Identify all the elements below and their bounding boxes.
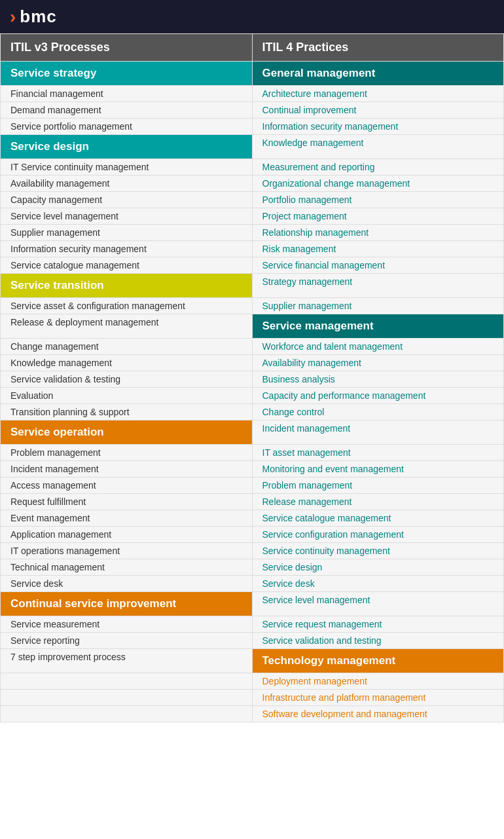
list-item: Deployment management	[252, 673, 504, 690]
list-item: Information security management	[252, 119, 504, 135]
list-item: Service financial management	[252, 257, 504, 274]
list-item: Knowledge management	[252, 135, 504, 159]
list-item: Evaluation	[1, 388, 253, 404]
right-column-header: ITIL 4 Practices	[252, 34, 504, 62]
list-item: Service catalogue management	[1, 257, 253, 274]
service-transition-header: Service transition	[1, 274, 253, 298]
list-item: Service desk	[252, 576, 504, 592]
list-item: Service desk	[1, 576, 253, 592]
left-column-header: ITIL v3 Processes	[1, 34, 253, 62]
list-item: Service measurement	[1, 616, 253, 633]
list-item: Availability management	[252, 355, 504, 371]
list-item: Supplier management	[252, 298, 504, 314]
list-item: Knowledge management	[1, 355, 253, 371]
technology-management-header: Technology management	[252, 649, 504, 673]
service-management-header: Service management	[252, 314, 504, 339]
list-item: Information security management	[1, 241, 253, 257]
list-item: Release & deployment management	[1, 314, 253, 339]
list-item: Service catalogue management	[252, 510, 504, 527]
empty-cell	[1, 673, 253, 690]
list-item: IT operations management	[1, 543, 253, 559]
list-item: Service level management	[1, 208, 253, 225]
list-item: Service validation and testing	[252, 633, 504, 649]
list-item: Service validation & testing	[1, 371, 253, 388]
bmc-logo-text: bmc	[20, 7, 56, 27]
list-item: Service portfolio management	[1, 119, 253, 135]
list-item: Workforce and talent management	[252, 339, 504, 355]
general-management-header: General management	[252, 62, 504, 86]
list-item: Service asset & configuration management	[1, 298, 253, 314]
list-item: Software development and management	[252, 706, 504, 722]
list-item: Business analysis	[252, 371, 504, 388]
list-item: Service configuration management	[252, 527, 504, 543]
list-item: Problem management	[252, 477, 504, 494]
list-item: Incident management	[252, 420, 504, 445]
list-item: Capacity management	[1, 192, 253, 208]
list-item: 7 step improvement process	[1, 649, 253, 673]
list-item: Release management	[252, 494, 504, 510]
list-item: Change management	[1, 339, 253, 355]
list-item: Availability management	[1, 176, 253, 192]
list-item: Measurement and reporting	[252, 159, 504, 176]
empty-cell	[1, 690, 253, 706]
header: › bmc	[0, 0, 504, 33]
list-item: Technical management	[1, 559, 253, 576]
continual-service-header: Continual service improvement	[1, 592, 253, 616]
list-item: Transition planning & support	[1, 404, 253, 420]
list-item: Application management	[1, 527, 253, 543]
list-item: IT Service continuity management	[1, 159, 253, 176]
bmc-chevron-icon: ›	[10, 8, 16, 26]
list-item: Monitoring and event management	[252, 461, 504, 477]
list-item: Financial management	[1, 86, 253, 102]
list-item: Problem management	[1, 445, 253, 461]
list-item: Incident management	[1, 461, 253, 477]
list-item: Portfolio management	[252, 192, 504, 208]
list-item: Change control	[252, 404, 504, 420]
list-item: Continual improvement	[252, 102, 504, 119]
list-item: Demand management	[1, 102, 253, 119]
list-item: Organizational change management	[252, 176, 504, 192]
list-item: Service continuity management	[252, 543, 504, 559]
list-item: Event management	[1, 510, 253, 527]
service-strategy-header: Service strategy	[1, 62, 253, 86]
list-item: Capacity and performance management	[252, 388, 504, 404]
list-item: Supplier management	[1, 225, 253, 241]
comparison-table: ITIL v3 Processes ITIL 4 Practices Servi…	[0, 33, 504, 722]
list-item: Architecture management	[252, 86, 504, 102]
list-item: Request fulfillment	[1, 494, 253, 510]
list-item: Access management	[1, 477, 253, 494]
list-item: IT asset management	[252, 445, 504, 461]
list-item: Infrastructure and platform management	[252, 690, 504, 706]
list-item: Project management	[252, 208, 504, 225]
list-item: Relationship management	[252, 225, 504, 241]
list-item: Strategy management	[252, 274, 504, 298]
list-item: Service level management	[252, 592, 504, 616]
bmc-logo: › bmc	[10, 7, 57, 27]
empty-cell	[1, 706, 253, 722]
list-item: Service design	[252, 559, 504, 576]
service-operation-header: Service operation	[1, 420, 253, 445]
list-item: Service reporting	[1, 633, 253, 649]
list-item: Service request management	[252, 616, 504, 633]
service-design-header: Service design	[1, 135, 253, 159]
list-item: Risk management	[252, 241, 504, 257]
